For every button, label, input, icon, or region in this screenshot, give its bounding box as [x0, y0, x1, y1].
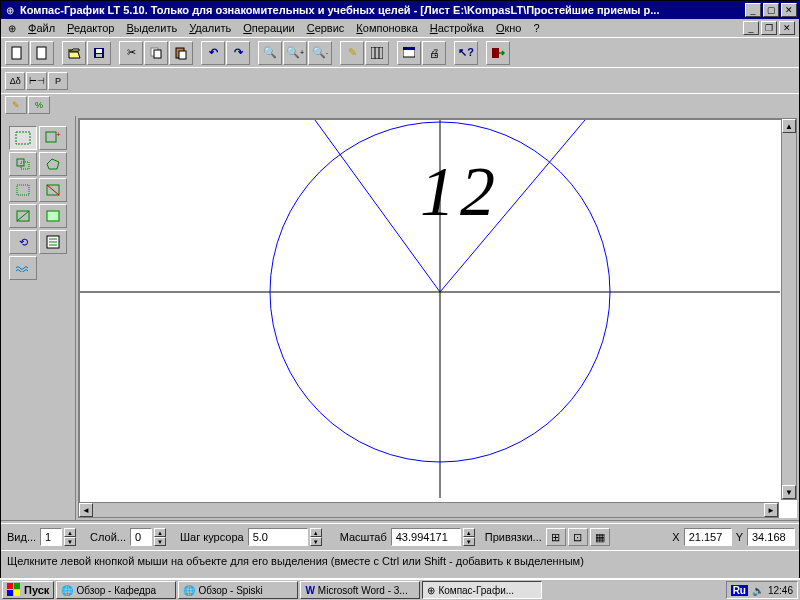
layer-field[interactable]: 0: [130, 528, 152, 546]
tab-bar: Δδ ⊢⊣ P: [1, 67, 799, 93]
scale-up[interactable]: ▲: [463, 528, 475, 537]
scale-down[interactable]: ▼: [463, 537, 475, 546]
close-button[interactable]: ✕: [781, 3, 797, 17]
mdi-icon[interactable]: ⊕: [5, 21, 19, 35]
tool-add-select[interactable]: +: [39, 126, 67, 150]
menu-file[interactable]: Файл: [22, 20, 61, 36]
properties-button[interactable]: [397, 41, 421, 65]
tool-all[interactable]: [39, 204, 67, 228]
menu-editor[interactable]: Редактор: [61, 20, 120, 36]
language-indicator[interactable]: Ru: [731, 585, 748, 596]
tab-p[interactable]: P: [48, 72, 68, 90]
scroll-up-button[interactable]: ▲: [782, 119, 796, 133]
new-button[interactable]: [30, 41, 54, 65]
open-button[interactable]: [62, 41, 86, 65]
zoom-in-button[interactable]: 🔍+: [283, 41, 307, 65]
tool-diag[interactable]: [9, 204, 37, 228]
ie-icon: 🌐: [61, 585, 73, 596]
tool-select-rect[interactable]: [9, 126, 37, 150]
x-label: X: [670, 531, 681, 543]
svg-rect-37: [7, 590, 13, 596]
snap-btn-1[interactable]: ⊞: [546, 528, 566, 546]
zoom-out-button[interactable]: 🔍-: [308, 41, 332, 65]
tool-polygon-select[interactable]: [39, 152, 67, 176]
maximize-button[interactable]: ▢: [763, 3, 779, 17]
mdi-restore-button[interactable]: ❐: [761, 21, 777, 35]
tool-hatch[interactable]: [9, 256, 37, 280]
task-button-1[interactable]: 🌐Обзор - Кафедра: [56, 581, 176, 599]
task-button-2[interactable]: 🌐Обзор - Spiski: [178, 581, 298, 599]
task-button-4[interactable]: ⊕Компас-Графи...: [422, 581, 542, 599]
start-button[interactable]: Пуск: [2, 581, 54, 599]
scroll-right-button[interactable]: ►: [764, 503, 778, 517]
menu-window[interactable]: Окно: [490, 20, 528, 36]
menu-layout[interactable]: Компоновка: [350, 20, 423, 36]
titlebar: ⊕ Компас-График LT 5.10. Только для озна…: [1, 1, 799, 19]
svg-rect-18: [17, 159, 24, 166]
svg-rect-25: [47, 211, 59, 221]
tool-window[interactable]: [9, 178, 37, 202]
drawing-canvas[interactable]: 1 2: [78, 118, 797, 518]
vertical-scrollbar[interactable]: ▲ ▼: [781, 118, 797, 500]
tab-percent[interactable]: %: [28, 96, 50, 114]
tab-constraints[interactable]: ⊢⊣: [26, 72, 46, 90]
scroll-left-button[interactable]: ◄: [79, 503, 93, 517]
tool-lasso[interactable]: [9, 152, 37, 176]
scale-field[interactable]: 43.994171: [391, 528, 461, 546]
mdi-close-button[interactable]: ✕: [779, 21, 795, 35]
grid-button[interactable]: [365, 41, 389, 65]
tool-palette: + ⟲: [1, 116, 76, 520]
snap-label[interactable]: Привязки...: [483, 531, 544, 543]
layer-label[interactable]: Слой...: [88, 531, 128, 543]
tool-refresh[interactable]: ⟲: [9, 230, 37, 254]
menu-service[interactable]: Сервис: [301, 20, 351, 36]
scroll-down-button[interactable]: ▼: [782, 485, 796, 499]
main-toolbar: ✂ ↶ ↷ 🔍 🔍+ 🔍- ✎ 🖨 ↖?: [1, 37, 799, 67]
layer-down[interactable]: ▼: [154, 537, 166, 546]
menu-settings[interactable]: Настройка: [424, 20, 490, 36]
tool-list[interactable]: [39, 230, 67, 254]
volume-icon[interactable]: 🔊: [752, 585, 764, 596]
scale-label: Масштаб: [338, 531, 389, 543]
step-label: Шаг курсора: [178, 531, 246, 543]
exit-button[interactable]: [486, 41, 510, 65]
mdi-minimize-button[interactable]: _: [743, 21, 759, 35]
menu-delete[interactable]: Удалить: [183, 20, 237, 36]
layer-up[interactable]: ▲: [154, 528, 166, 537]
paste-button[interactable]: [169, 41, 193, 65]
tab-dims[interactable]: Δδ: [5, 72, 25, 90]
view-label[interactable]: Вид...: [5, 531, 38, 543]
main-area: + ⟲ 1 2: [1, 116, 799, 520]
menu-help[interactable]: ?: [528, 20, 546, 36]
task-button-3[interactable]: WMicrosoft Word - 3...: [300, 581, 420, 599]
clock[interactable]: 12:46: [768, 585, 793, 596]
cut-button[interactable]: ✂: [119, 41, 143, 65]
tool-cross-window[interactable]: [39, 178, 67, 202]
select-tool-button[interactable]: ✎: [340, 41, 364, 65]
minimize-button[interactable]: _: [745, 3, 761, 17]
horizontal-scrollbar[interactable]: ◄ ►: [78, 502, 779, 518]
view-up[interactable]: ▲: [64, 528, 76, 537]
print-button[interactable]: 🖨: [422, 41, 446, 65]
view-down[interactable]: ▼: [64, 537, 76, 546]
copy-button[interactable]: [144, 41, 168, 65]
step-field[interactable]: 5.0: [248, 528, 308, 546]
zoom-button[interactable]: 🔍: [258, 41, 282, 65]
title-text: Компас-График LT 5.10. Только для ознако…: [20, 4, 743, 16]
tab-edit[interactable]: ✎: [5, 96, 27, 114]
snap-btn-2[interactable]: ⊡: [568, 528, 588, 546]
snap-btn-3[interactable]: ▦: [590, 528, 610, 546]
view-field[interactable]: 1: [40, 528, 62, 546]
step-up[interactable]: ▲: [310, 528, 322, 537]
save-button[interactable]: [87, 41, 111, 65]
canvas-text-1: 1: [420, 153, 455, 230]
svg-rect-20: [17, 185, 29, 195]
redo-button[interactable]: ↷: [226, 41, 250, 65]
menu-operations[interactable]: Операции: [237, 20, 300, 36]
menu-select[interactable]: Выделить: [120, 20, 183, 36]
new-doc-button[interactable]: [5, 41, 29, 65]
menubar: ⊕ Файл Редактор Выделить Удалить Операци…: [1, 19, 799, 37]
step-down[interactable]: ▼: [310, 537, 322, 546]
help-pointer-button[interactable]: ↖?: [454, 41, 478, 65]
undo-button[interactable]: ↶: [201, 41, 225, 65]
